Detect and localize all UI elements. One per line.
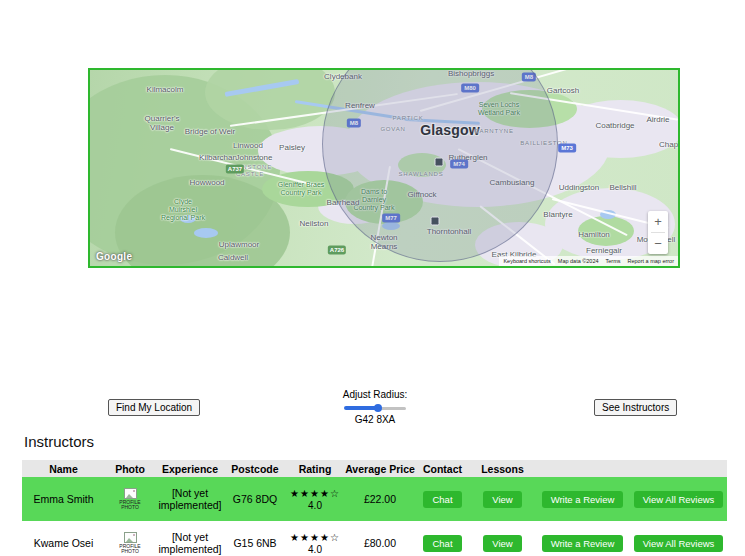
map-label: M73 <box>558 144 576 153</box>
map-label: Bridge of Weir <box>185 127 236 136</box>
write-review-button[interactable]: Write a Review <box>542 491 624 508</box>
terms-link[interactable]: Terms <box>606 258 621 264</box>
see-instructors-button[interactable]: See Instructors <box>594 399 677 416</box>
map-label: Howwood <box>189 178 224 187</box>
col-header-contact: Contact <box>415 463 470 475</box>
slider-track-filled <box>344 406 378 410</box>
profile-photo-placeholder: PROFILE PHOTO <box>114 488 146 511</box>
view-all-reviews-button[interactable]: View All Reviews <box>634 491 724 508</box>
postcode-text: G42 8XA <box>325 414 425 425</box>
contact-cell: Chat <box>415 491 470 508</box>
map-attribution: Keyboard shortcuts Map data ©2024 Terms … <box>499 256 678 266</box>
map-label: Coatbridge <box>595 121 634 130</box>
page: ClydebankBishopbriggsGartcoshAirdrieCoat… <box>0 0 745 556</box>
instructor-photo-cell: PROFILE PHOTO <box>105 488 155 511</box>
chat-button[interactable]: Chat <box>423 535 461 552</box>
col-header-rating: Rating <box>285 463 345 475</box>
map-label: Kilmacolm <box>147 85 184 94</box>
instructor-row: Kwame Osei PROFILE PHOTO [Not yet implem… <box>22 521 727 556</box>
instructor-postcode: G15 6NB <box>225 537 285 549</box>
table-header-row: Name Photo Experience Postcode Rating Av… <box>22 460 727 477</box>
instructor-rating: ★★★★☆ 4.0 <box>285 487 345 511</box>
lessons-cell: View <box>470 491 535 508</box>
map-label: Ferniegair <box>586 246 622 255</box>
broken-image-icon <box>124 488 137 499</box>
star-rating-icons: ★★★★☆ <box>290 532 340 543</box>
col-header-postcode: Postcode <box>225 463 285 475</box>
star-rating-icons: ★★★★☆ <box>290 488 340 499</box>
map-label: Kilbarchan <box>199 153 237 162</box>
instructors-table: Name Photo Experience Postcode Rating Av… <box>22 460 727 556</box>
write-review-cell: Write a Review <box>535 535 630 552</box>
map-data-text: Map data ©2024 <box>558 258 599 264</box>
col-header-name: Name <box>22 463 105 475</box>
rating-value: 4.0 <box>308 544 322 555</box>
map-label: Johnstone <box>236 153 273 162</box>
instructor-name: Emma Smith <box>22 493 105 505</box>
map-label: Gleniffer Braes Country Park <box>278 181 325 197</box>
map-label: Paisley <box>279 143 305 152</box>
instructor-row: Emma Smith PROFILE PHOTO [Not yet implem… <box>22 477 727 521</box>
map-label: Caldwell <box>218 253 248 262</box>
view-all-reviews-cell: View All Reviews <box>630 535 727 552</box>
map-label: Quarrier's Village <box>145 114 180 132</box>
map-label: Neilston <box>300 219 329 228</box>
keyboard-shortcuts-link[interactable]: Keyboard shortcuts <box>503 258 550 264</box>
col-header-experience: Experience <box>155 463 225 475</box>
map-label: Linwood <box>233 141 263 150</box>
instructor-experience: [Not yet implemented] <box>155 487 225 511</box>
map-label: A726 <box>328 246 346 255</box>
instructor-price: £80.00 <box>345 537 415 549</box>
profile-photo-placeholder: PROFILE PHOTO <box>114 532 146 555</box>
map-label: Chapelhall <box>659 140 680 149</box>
adjust-radius-label: Adjust Radius: <box>325 389 425 400</box>
instructors-heading: Instructors <box>24 433 94 450</box>
zoom-out-button[interactable]: − <box>648 233 668 254</box>
col-header-photo: Photo <box>105 463 155 475</box>
instructor-postcode: G76 8DQ <box>225 493 285 505</box>
map-label: Airdrie <box>646 115 669 124</box>
slider-track-empty <box>378 407 406 410</box>
contact-cell: Chat <box>415 535 470 552</box>
col-header-lessons: Lessons <box>470 463 535 475</box>
map-label: Bellshill <box>609 183 636 192</box>
find-my-location-button[interactable]: Find My Location <box>108 399 200 416</box>
lessons-cell: View <box>470 535 535 552</box>
instructor-photo-cell: PROFILE PHOTO <box>105 532 155 555</box>
radius-slider[interactable] <box>344 403 406 413</box>
col-header-average-price: Average Price <box>345 463 415 475</box>
radius-control: Adjust Radius: G42 8XA <box>325 389 425 425</box>
photo-alt-text: PROFILE PHOTO <box>114 544 146 555</box>
write-review-button[interactable]: Write a Review <box>542 535 624 552</box>
write-review-cell: Write a Review <box>535 491 630 508</box>
instructor-price: £22.00 <box>345 493 415 505</box>
map-label: Clyde Muirshiel Regional Park <box>161 198 205 222</box>
slider-thumb[interactable] <box>374 404 382 412</box>
map-label: Hamilton <box>578 230 610 239</box>
google-logo[interactable]: Google <box>96 251 132 262</box>
map[interactable]: ClydebankBishopbriggsGartcoshAirdrieCoat… <box>88 68 680 268</box>
instructor-rating: ★★★★☆ 4.0 <box>285 531 345 555</box>
photo-alt-text: PROFILE PHOTO <box>114 500 146 511</box>
map-zoom-control: + − <box>648 211 668 254</box>
rating-value: 4.0 <box>308 500 322 511</box>
map-label: Gartcosh <box>547 86 579 95</box>
view-all-reviews-button[interactable]: View All Reviews <box>634 535 724 552</box>
zoom-in-button[interactable]: + <box>648 211 668 232</box>
view-all-reviews-cell: View All Reviews <box>630 491 727 508</box>
map-label: Uplawmoor <box>219 240 259 249</box>
broken-image-icon <box>124 532 137 543</box>
view-lessons-button[interactable]: View <box>483 491 521 508</box>
instructor-name: Kwame Osei <box>22 537 105 549</box>
map-label: JOHNSTONE CASTLE <box>228 164 272 178</box>
report-map-error-link[interactable]: Report a map error <box>628 258 674 264</box>
instructor-experience: [Not yet implemented] <box>155 531 225 555</box>
map-label: Uddingston <box>559 183 599 192</box>
map-label: Blantyre <box>543 210 572 219</box>
map-label: A737 <box>226 165 244 174</box>
view-lessons-button[interactable]: View <box>483 535 521 552</box>
chat-button[interactable]: Chat <box>423 491 461 508</box>
